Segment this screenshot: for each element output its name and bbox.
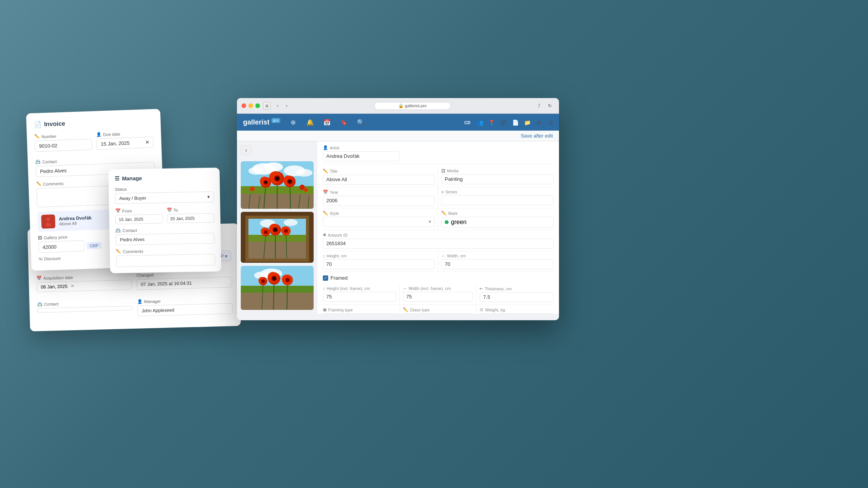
svg-point-38 — [284, 219, 298, 226]
close-icon-acq[interactable]: ✕ — [71, 283, 74, 289]
due-date-input[interactable]: 15 Jan, 2025 ✕ — [96, 137, 154, 150]
weight-section: ⚖ Weight, kg 4.75 — [477, 305, 554, 314]
sidebar-toggle-btn[interactable]: ⊞ — [263, 102, 271, 110]
grid-nav-icon[interactable]: ⊞ — [546, 118, 556, 128]
year-value[interactable]: 2006 — [323, 196, 435, 206]
calendar-nav-icon[interactable]: 📅 — [322, 117, 332, 128]
frame-icon: ▣ — [323, 307, 327, 312]
weight-label: ⚖ Weight, kg — [480, 307, 554, 312]
frame-dimensions-row: ↕ Height (incl. frame), cm 75 ↔ Width (i… — [323, 284, 554, 305]
contact-field-manage: 📇 Contact Pedro Alves — [115, 226, 215, 245]
artist-value[interactable]: Andrea Dvořák — [323, 151, 399, 161]
lock-icon: 🔒 — [398, 103, 404, 108]
folder-nav-icon[interactable]: 📁 — [522, 118, 532, 128]
forward-nav-btn[interactable]: › — [283, 102, 291, 110]
to-input[interactable]: 20 Jan, 2025 — [167, 213, 214, 223]
title-media-row: ✏️ Title Above All 🖼 Media Painting — [323, 166, 554, 187]
artist-name: Andrea Dvořák — [59, 215, 92, 221]
mark-label: ✏️ Mark — [441, 211, 554, 216]
number-input[interactable]: 9010-02 — [35, 139, 92, 152]
address-bar[interactable]: 🔒 gallerist.pro — [374, 102, 451, 110]
glass-type-label: ✏️ Glass type — [403, 307, 473, 312]
search-nav-icon[interactable]: 🔍 — [355, 117, 366, 128]
app-nav-icons: ⊕ 🔔 📅 🔖 🔍 — [288, 117, 366, 128]
app-top-icons: CD 👥 📍 🖼 📄 📁 🏛 ⊞ — [462, 117, 556, 128]
media-section: 🖼 Media Painting — [438, 166, 554, 187]
height-frame-label: ↕ Height (incl. frame), cm — [323, 286, 396, 291]
map-pin-icon[interactable]: 📍 — [487, 118, 496, 128]
manage-panel: ☰ Manage Status Away / Buyer ▾ 📅 From 15… — [108, 167, 222, 273]
artwork-thumb-2[interactable] — [241, 212, 314, 263]
width-value[interactable]: 70 — [441, 259, 554, 269]
mark-value[interactable]: green — [441, 217, 554, 228]
artwork-id-value[interactable]: 2651834 — [323, 239, 554, 249]
status-label: Status — [115, 185, 214, 192]
height-icon: ↕ — [323, 254, 325, 258]
framing-type-value[interactable]: Oak wood — [323, 313, 396, 314]
close-icon[interactable]: ✕ — [145, 139, 150, 145]
contact-field-price: 📇 Contact — [37, 299, 133, 319]
weight-value[interactable]: 4.75 — [480, 313, 554, 314]
back-button[interactable]: ‹ — [241, 145, 252, 155]
user-avatar-icon[interactable]: CD — [462, 117, 473, 128]
svg-point-71 — [261, 279, 265, 283]
series-value[interactable] — [441, 195, 554, 205]
artist-col: 👤 Artist Andrea Dvořák — [323, 145, 399, 161]
changed-field: Changed 07 Jan, 2025 at 16:04:31 — [136, 270, 232, 290]
from-input[interactable]: 15 Jan, 2025 — [115, 214, 163, 224]
add-nav-icon[interactable]: ⊕ — [288, 117, 299, 128]
framed-row: ✓ Framed — [323, 272, 554, 284]
acquisition-date-input[interactable]: 06 Jan, 2025 ✕ — [36, 280, 132, 292]
style-value[interactable]: ▾ — [323, 217, 435, 227]
svg-rect-40 — [248, 235, 306, 242]
framed-checkbox[interactable]: ✓ — [323, 275, 328, 281]
contacts-icon[interactable]: 👥 — [475, 118, 485, 128]
back-nav-btn[interactable]: ‹ — [274, 102, 281, 110]
style-icon: ✏️ — [323, 211, 328, 216]
media-value[interactable]: Painting — [441, 174, 554, 184]
svg-point-20 — [265, 181, 267, 184]
comments-textarea-manage[interactable] — [116, 254, 215, 267]
main-content: ‹ — [237, 141, 559, 314]
refresh-icon[interactable]: ↻ — [545, 101, 554, 110]
bell-nav-icon[interactable]: 🔔 — [305, 117, 316, 128]
save-after-edit-button[interactable]: Save after edit — [521, 133, 553, 139]
traffic-lights — [242, 103, 260, 108]
home-nav-icon[interactable]: 🏛 — [534, 118, 544, 128]
gallery-price-input[interactable]: 42000 — [38, 240, 85, 253]
svg-point-27 — [299, 185, 305, 190]
contact-value-manage[interactable]: Pedro Alves — [116, 233, 215, 245]
to-field: 📅 To 20 Jan, 2025 — [166, 207, 214, 223]
maximize-traffic-light[interactable] — [255, 103, 260, 108]
close-traffic-light[interactable] — [242, 103, 246, 108]
artist-label: 👤 Artist — [323, 145, 399, 150]
share-icon[interactable]: ⤴ — [534, 101, 544, 110]
weight-icon: ⚖ — [480, 307, 483, 312]
artwork-thumb-3[interactable] — [241, 266, 314, 310]
svg-point-26 — [250, 187, 255, 191]
artwork-thumb-1[interactable] — [241, 161, 314, 209]
manager-value: John Appleseed — [137, 303, 233, 316]
status-select[interactable]: Away / Buyer ▾ — [115, 192, 214, 204]
document-nav-icon[interactable]: 📄 — [510, 118, 520, 128]
title-label: ✏️ Title — [323, 169, 435, 174]
height-value[interactable]: 70 — [323, 259, 435, 269]
width-frame-value[interactable]: 75 — [403, 292, 473, 302]
minimize-traffic-light[interactable] — [248, 103, 253, 108]
glass-type-value[interactable]: Plexiglas — [403, 313, 473, 314]
date-range: 📅 From 15 Jan, 2025 📅 To 20 Jan, 2025 — [115, 207, 214, 224]
height-frame-value[interactable]: 75 — [323, 292, 396, 302]
contact-label-price: 📇 Contact — [37, 299, 133, 307]
media-icon: 🖼 — [441, 169, 446, 173]
edit-icon: ✏️ — [35, 134, 40, 139]
contact-input-price[interactable] — [37, 306, 133, 313]
gallery-nav-icon[interactable]: 🖼 — [498, 118, 508, 128]
edit-icon-2: ✏️ — [36, 182, 41, 187]
thickness-icon: ⇤ — [480, 286, 483, 291]
title-value[interactable]: Above All — [323, 175, 435, 185]
bookmark-nav-icon[interactable]: 🔖 — [339, 117, 349, 128]
thickness-value[interactable]: 7.5 — [480, 292, 554, 302]
changed-value: 07 Jan, 2025 at 16:04:31 — [136, 277, 232, 290]
svg-point-8 — [296, 169, 312, 177]
width-icon: ↔ — [441, 254, 446, 258]
